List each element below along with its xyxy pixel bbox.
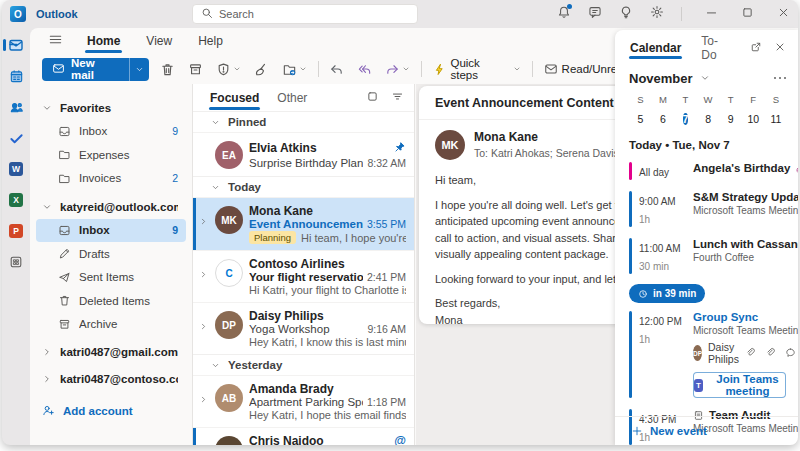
tab-focused[interactable]: Focused bbox=[209, 86, 260, 110]
filter-icon[interactable] bbox=[391, 89, 404, 107]
pinned-icon[interactable] bbox=[394, 139, 406, 157]
tab-todo[interactable]: To-Do bbox=[700, 30, 732, 66]
folder-icon bbox=[58, 172, 71, 185]
tab-home[interactable]: Home bbox=[85, 30, 122, 52]
event-group-sync[interactable]: 12:00 PM1h Group Sync Microsoft Teams Me… bbox=[629, 311, 786, 398]
quick-steps-button[interactable]: Quick steps bbox=[431, 58, 522, 80]
rail-todo-icon[interactable] bbox=[2, 129, 30, 147]
date-cell-selected[interactable]: 7 bbox=[674, 109, 697, 130]
tab-other[interactable]: Other bbox=[276, 86, 308, 110]
month-dropdown-icon[interactable] bbox=[700, 69, 710, 87]
archive-icon[interactable] bbox=[186, 58, 205, 80]
avatar: MK bbox=[215, 206, 243, 234]
attachment-icon bbox=[765, 344, 776, 362]
month-label: November bbox=[629, 71, 693, 86]
folder-sent-items[interactable]: Sent Items bbox=[30, 266, 192, 290]
report-icon[interactable] bbox=[214, 58, 243, 80]
event-strategy-update[interactable]: 9:00 AM1h S&M Strategy Update Microsoft … bbox=[629, 191, 786, 227]
date-cell[interactable]: 11 bbox=[765, 109, 788, 130]
rail-people-icon[interactable] bbox=[2, 98, 30, 116]
message-row-elvia[interactable]: EA Elvia Atkins Surprise Birthday Planni… bbox=[193, 132, 414, 176]
notifications-icon[interactable] bbox=[557, 5, 571, 23]
email-subject: Event Announcement Content Creation bbox=[435, 96, 633, 110]
section-yesterday[interactable]: Yesterday bbox=[193, 354, 414, 375]
rail-powerpoint-icon[interactable]: P bbox=[2, 222, 30, 240]
folder-deleted-items[interactable]: Deleted Items bbox=[30, 289, 192, 313]
chevron-down-icon bbox=[42, 202, 52, 212]
folder-archive[interactable]: Archive bbox=[30, 313, 192, 337]
date-cell[interactable]: 9 bbox=[719, 109, 742, 130]
reply-all-icon[interactable] bbox=[355, 58, 374, 80]
message-row-amanda[interactable]: AB Amanda Brady Apartment Parking Spot O… bbox=[193, 375, 414, 427]
event-lunch-cassandra[interactable]: 11:00 AM30 min Lunch with Cassandra Four… bbox=[629, 238, 786, 274]
new-event-button[interactable]: New event bbox=[615, 416, 798, 445]
folder-inbox-selected[interactable]: Inbox 9 bbox=[36, 219, 186, 243]
new-mail-button[interactable]: New mail bbox=[42, 58, 149, 81]
mention-icon: @ bbox=[394, 434, 406, 445]
rail-word-icon[interactable]: W bbox=[2, 160, 30, 178]
message-row-mona-selected[interactable]: MK Mona Kane Event Announcement Content … bbox=[193, 197, 414, 250]
account-gmail[interactable]: katri0487@gmail.com bbox=[30, 340, 192, 364]
date-cell[interactable]: 5 bbox=[629, 109, 652, 130]
folder-favorite-expenses[interactable]: Expenses bbox=[30, 143, 192, 167]
expand-chevron-icon[interactable] bbox=[199, 257, 209, 302]
feedback-icon[interactable] bbox=[588, 5, 602, 23]
close-button[interactable] bbox=[777, 5, 790, 23]
add-account-button[interactable]: Add account bbox=[30, 399, 192, 423]
rail-mail-icon[interactable] bbox=[2, 36, 30, 54]
message-row-contoso[interactable]: C Contoso Airlines Your flight reservati… bbox=[193, 250, 414, 302]
reply-icon[interactable] bbox=[327, 58, 346, 80]
toolbar-separator bbox=[532, 61, 533, 77]
join-teams-meeting-button[interactable]: T Join Teams meeting bbox=[693, 372, 786, 398]
folder-favorite-invoices[interactable]: Invoices 2 bbox=[30, 167, 192, 191]
expand-chevron-icon[interactable] bbox=[199, 434, 209, 445]
date-cell[interactable]: 6 bbox=[652, 109, 675, 130]
move-to-folder-icon[interactable] bbox=[280, 58, 309, 80]
toolbar-separator bbox=[318, 61, 319, 77]
folder-drafts[interactable]: Drafts bbox=[30, 242, 192, 266]
date-cell[interactable]: 8 bbox=[697, 109, 720, 130]
sweep-icon[interactable] bbox=[252, 58, 271, 80]
drafts-pencil-icon bbox=[58, 247, 71, 260]
more-options-icon[interactable] bbox=[774, 77, 787, 80]
search-input[interactable]: Search bbox=[192, 4, 418, 24]
hamburger-menu-icon[interactable] bbox=[48, 32, 63, 51]
forward-icon[interactable] bbox=[383, 58, 412, 80]
titlebar-separator bbox=[681, 7, 682, 21]
move-dropdown-icon bbox=[299, 65, 307, 73]
settings-gear-icon[interactable] bbox=[650, 5, 664, 23]
favorites-header[interactable]: Favorites bbox=[30, 96, 192, 120]
section-pinned[interactable]: Pinned bbox=[193, 111, 414, 132]
tab-view[interactable]: View bbox=[144, 30, 174, 52]
delete-icon[interactable] bbox=[158, 58, 177, 80]
section-today[interactable]: Today bbox=[193, 176, 414, 197]
folder-favorite-inbox[interactable]: Inbox 9 bbox=[30, 120, 192, 144]
message-row-daisy[interactable]: DP Daisy Philips Yoga Workshop 9:16 AM H… bbox=[193, 302, 414, 354]
rail-excel-icon[interactable]: X bbox=[2, 191, 30, 209]
divider bbox=[419, 119, 633, 120]
event-angelas-birthday[interactable]: All day Angela's Birthday bbox=[629, 162, 786, 180]
new-mail-label: New mail bbox=[71, 58, 119, 81]
minimize-button[interactable] bbox=[705, 5, 718, 23]
open-in-new-window-icon[interactable] bbox=[750, 39, 762, 57]
tips-lightbulb-icon[interactable] bbox=[619, 5, 633, 23]
reminder-badge: in 39 min bbox=[629, 284, 705, 303]
inbox-icon bbox=[58, 224, 71, 237]
account-header[interactable]: katyreid@outlook.com bbox=[30, 195, 192, 219]
message-row-chris[interactable]: CN Chris Naidoo @ Thanks for joining our… bbox=[193, 427, 414, 445]
rail-more-apps-icon[interactable] bbox=[2, 253, 30, 271]
account-contoso[interactable]: katri0487@contoso.com bbox=[30, 368, 192, 392]
maximize-button[interactable] bbox=[741, 5, 754, 23]
chevron-down-icon bbox=[211, 183, 220, 192]
new-mail-dropdown[interactable] bbox=[129, 58, 148, 81]
tab-calendar[interactable]: Calendar bbox=[629, 37, 682, 59]
date-cell[interactable]: 10 bbox=[742, 109, 765, 130]
expand-chevron-icon[interactable] bbox=[199, 309, 209, 354]
tab-help[interactable]: Help bbox=[196, 30, 225, 52]
expand-chevron-icon[interactable] bbox=[199, 382, 209, 427]
close-panel-icon[interactable] bbox=[774, 39, 786, 57]
expand-chevron-icon[interactable] bbox=[199, 204, 209, 250]
plus-icon bbox=[631, 425, 643, 437]
select-messages-icon[interactable] bbox=[366, 89, 379, 107]
rail-calendar-icon[interactable] bbox=[2, 67, 30, 85]
